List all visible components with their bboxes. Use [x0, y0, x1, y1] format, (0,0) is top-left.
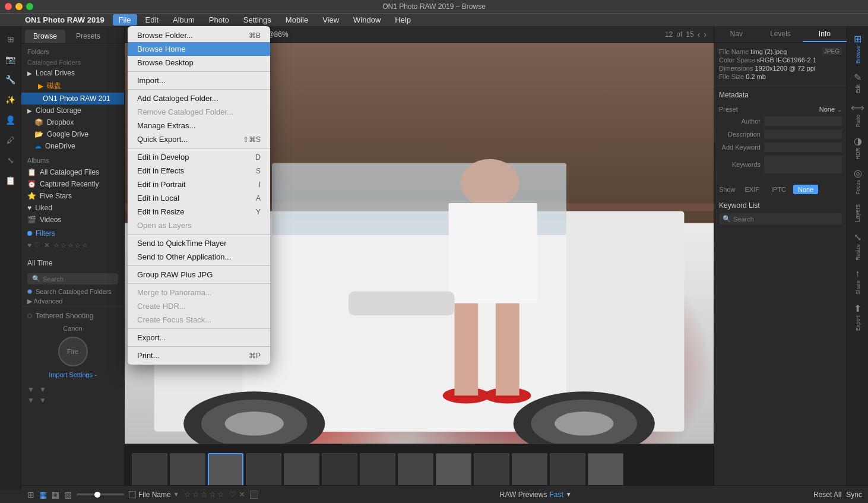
close-button[interactable]: [5, 3, 12, 10]
layers-strip-label[interactable]: Layers: [854, 200, 861, 227]
right-strip-share[interactable]: ↑ Share: [848, 265, 867, 298]
sidebar-icon-develop[interactable]: 🔧: [2, 71, 19, 88]
dropbox-item[interactable]: 📦 Dropbox: [21, 116, 124, 128]
tab-levels[interactable]: Levels: [758, 26, 802, 42]
menu-settings[interactable]: Settings: [237, 14, 277, 26]
show-tab-none[interactable]: None: [793, 185, 818, 194]
menu-edit-local[interactable]: Edit in Local A: [128, 191, 270, 205]
advanced-link[interactable]: ▶ Advanced: [21, 296, 124, 306]
drive-disk[interactable]: ▶ 磁盘: [21, 79, 124, 93]
sidebar-icon-browse[interactable]: ⊞: [2, 31, 19, 48]
sync-button[interactable]: Sync: [846, 491, 862, 499]
menu-photo[interactable]: Photo: [203, 14, 235, 26]
gdrive-item[interactable]: 📂 Google Drive: [21, 128, 124, 140]
add-keyword-input[interactable]: [764, 143, 842, 152]
menu-edit-resize[interactable]: Edit in Resize Y: [128, 205, 270, 219]
tab-info[interactable]: Info: [803, 26, 847, 42]
sidebar-icon-portrait[interactable]: 👤: [2, 112, 19, 128]
view-strip-icon[interactable]: ▦: [52, 490, 59, 499]
arrow-down-1[interactable]: ▼: [27, 385, 34, 394]
preset-chevron-icon[interactable]: ⌄: [837, 106, 842, 113]
album-captured-recently[interactable]: ⏰ Captured Recently: [21, 178, 124, 190]
filters-header[interactable]: Filters: [27, 229, 118, 238]
import-settings-link[interactable]: Import Settings -: [27, 371, 118, 378]
sidebar-icon-effects[interactable]: ✨: [2, 91, 19, 108]
zoom-slider[interactable]: [77, 493, 124, 495]
menu-help[interactable]: Help: [389, 14, 417, 26]
minimize-button[interactable]: [15, 3, 23, 10]
star-1[interactable]: ☆: [184, 490, 191, 499]
arrow-down-4[interactable]: ▼: [39, 396, 46, 404]
menu-edit-develop[interactable]: Edit in Develop D: [128, 150, 270, 164]
menu-quick-export[interactable]: Quick Export... ⇧⌘S: [128, 132, 270, 146]
view-compare-icon[interactable]: ▧: [64, 490, 72, 499]
tab-presets[interactable]: Presets: [68, 30, 109, 43]
description-input[interactable]: [764, 129, 842, 139]
menu-file[interactable]: File: [113, 14, 137, 26]
arrow-down-3[interactable]: ▼: [27, 396, 34, 404]
menu-apple[interactable]: [5, 19, 17, 21]
filename-checkbox[interactable]: [129, 491, 136, 498]
keyword-search-bar[interactable]: 🔍: [719, 213, 842, 224]
menu-print[interactable]: Print... ⌘P: [128, 349, 270, 362]
right-strip-browse[interactable]: ⊞ Browse: [848, 30, 867, 67]
tab-nav[interactable]: Nav: [714, 26, 758, 42]
nav-prev-button[interactable]: ‹: [698, 30, 701, 39]
menu-manage-extras[interactable]: Manage Extras...: [128, 119, 270, 132]
sidebar-icon-camera[interactable]: 📷: [2, 51, 19, 68]
menu-mobile[interactable]: Mobile: [280, 14, 314, 26]
menu-add-cataloged[interactable]: Add Cataloged Folder...: [128, 91, 270, 105]
menu-send-other[interactable]: Send to Other Application...: [128, 250, 270, 264]
star-5[interactable]: ☆: [217, 490, 224, 499]
right-strip-pano[interactable]: ⟺ Pano: [848, 99, 867, 131]
show-tab-exif[interactable]: EXIF: [740, 185, 764, 194]
fullscreen-button[interactable]: [26, 3, 33, 10]
filename-chevron-icon[interactable]: ▼: [173, 491, 179, 498]
album-five-stars[interactable]: ⭐ Five Stars: [21, 190, 124, 202]
author-input[interactable]: [764, 116, 842, 126]
star-3[interactable]: ☆: [201, 490, 208, 499]
tab-browse[interactable]: Browse: [25, 30, 65, 43]
menu-browse-folder[interactable]: Browse Folder... ⌘B: [128, 29, 270, 42]
album-all-cataloged[interactable]: 📋 All Cataloged Files: [21, 166, 124, 178]
view-list-icon[interactable]: ▦: [39, 490, 47, 499]
view-grid-icon[interactable]: ⊞: [27, 490, 34, 499]
cloud-storage-header[interactable]: ▶ Cloud Storage: [21, 105, 124, 116]
album-liked[interactable]: ♥ Liked: [21, 202, 124, 214]
menu-group-raw[interactable]: Group RAW Plus JPG: [128, 268, 270, 281]
nav-next-button[interactable]: ›: [704, 30, 707, 39]
menu-edit-portrait[interactable]: Edit in Portrait I: [128, 178, 270, 191]
onedrive-item[interactable]: ☁ OneDrive: [21, 140, 124, 152]
right-strip-focus[interactable]: ◎ Focus: [848, 164, 867, 198]
menu-import[interactable]: Import...: [128, 74, 270, 87]
zoom-slider-thumb[interactable]: [94, 492, 100, 498]
menu-edit[interactable]: Edit: [140, 14, 164, 26]
menu-edit-effects[interactable]: Edit in Effects S: [128, 164, 270, 178]
menu-on1[interactable]: ON1 Photo RAW 2019: [19, 14, 110, 26]
color-label-box[interactable]: [250, 491, 258, 499]
keyword-search-input[interactable]: [733, 216, 838, 223]
menu-send-quicktime[interactable]: Send to QuickTime Player: [128, 236, 270, 250]
raw-previews-chevron-icon[interactable]: ▼: [566, 491, 572, 498]
fire-button[interactable]: Fire: [58, 337, 88, 366]
menu-album[interactable]: Album: [167, 14, 201, 26]
reset-all-button[interactable]: Reset All: [813, 491, 841, 499]
menu-browse-home[interactable]: Browse Home: [128, 42, 270, 56]
sidebar-icon-local[interactable]: 🖊: [2, 132, 19, 148]
show-tab-iptc[interactable]: IPTC: [766, 185, 791, 194]
menu-view[interactable]: View: [316, 14, 345, 26]
drive-on1[interactable]: ON1 Photo RAW 201: [21, 93, 124, 105]
sidebar-icon-layers[interactable]: 📋: [2, 172, 19, 189]
x-flag-icon[interactable]: ✕: [239, 490, 245, 499]
right-strip-hdr[interactable]: ◑ HDR: [848, 132, 867, 163]
right-strip-edit[interactable]: ✎ Edit: [848, 68, 867, 97]
star-4[interactable]: ☆: [209, 490, 216, 499]
sidebar-icon-resize[interactable]: ⤡: [2, 152, 19, 169]
album-videos[interactable]: 🎬 Videos: [21, 214, 124, 226]
star-2[interactable]: ☆: [192, 490, 199, 499]
search-cataloged-option[interactable]: Search Cataloged Folders: [21, 287, 124, 296]
search-bar[interactable]: 🔍: [27, 273, 118, 284]
arrow-down-2[interactable]: ▼: [39, 385, 46, 394]
menu-window[interactable]: Window: [347, 14, 387, 26]
menu-browse-desktop[interactable]: Browse Desktop: [128, 56, 270, 69]
